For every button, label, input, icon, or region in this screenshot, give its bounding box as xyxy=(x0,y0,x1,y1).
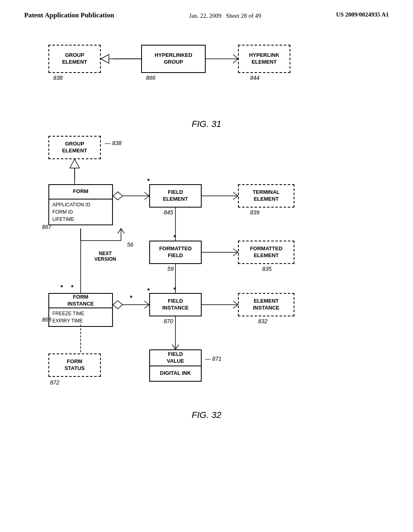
next-version-label: NEXT VERSION xyxy=(91,251,119,262)
ref-56: 56 xyxy=(127,241,133,248)
form-attrs: APPLICATION ID FORM ID LIFETIME xyxy=(48,200,113,225)
svg-marker-7 xyxy=(113,192,123,200)
ref-845: 845 xyxy=(164,209,173,216)
ref-832: 832 xyxy=(258,318,267,324)
svg-marker-19 xyxy=(113,301,123,309)
ref-870: 870 xyxy=(164,318,173,324)
form-instance-attrs: FREEZE TIME EXPIRY TIME xyxy=(48,308,113,327)
ref-838-32: — 838 xyxy=(105,140,121,146)
ref-868: 868 xyxy=(42,316,51,323)
svg-marker-5 xyxy=(70,159,79,168)
svg-text:*: * xyxy=(147,178,150,185)
field-element-box: FIELD ELEMENT xyxy=(149,184,202,208)
terminal-element-box: TERMINAL ELEMENT xyxy=(238,184,294,208)
date-sheet: Jan. 22, 2009 Sheet 28 of 49 xyxy=(189,11,261,21)
ref-872: 872 xyxy=(50,379,59,386)
formatted-element-box: FORMATTED ELEMENT xyxy=(238,241,294,264)
patent-number: US 2009/0024935 A1 xyxy=(336,11,389,18)
hyperlink-element-box: HYPERLINK ELEMENT xyxy=(238,45,290,73)
ref-866: 866 xyxy=(146,75,155,81)
hyperlinked-group-box: HYPERLINKED GROUP xyxy=(141,45,206,73)
svg-text:*: * xyxy=(71,284,74,291)
field-instance-box: FIELD INSTANCE xyxy=(149,293,202,316)
form-instance-box: FORM INSTANCE xyxy=(48,293,113,308)
page-header: Patent Application Publication Jan. 22, … xyxy=(0,0,413,25)
ref-838-31: 838 xyxy=(53,75,63,81)
fig31-label: FIG. 31 xyxy=(24,119,389,129)
svg-text:*: * xyxy=(173,234,176,241)
ref-871: — 871 xyxy=(205,355,221,362)
ref-839: 839 xyxy=(250,209,259,216)
main-content: GROUP ELEMENT 838 HYPERLINKED GROUP 866 … xyxy=(0,25,413,432)
fig31-diagram: GROUP ELEMENT 838 HYPERLINKED GROUP 866 … xyxy=(24,37,389,117)
publication-label: Patent Application Publication xyxy=(24,11,114,19)
fig32-diagram: GROUP ELEMENT — 838 FORM APPLICATION ID … xyxy=(24,136,389,418)
form-status-box: FORM STATUS xyxy=(48,353,101,377)
field-value-box: FIELD VALUE xyxy=(149,349,202,366)
digital-ink-box: DIGITAL INK xyxy=(149,366,202,382)
ref-844: 844 xyxy=(250,75,259,81)
form-box: FORM xyxy=(48,184,113,200)
ref-59: 59 xyxy=(167,266,174,272)
ref-835: 835 xyxy=(262,266,271,272)
group-element-box-32: GROUP ELEMENT xyxy=(48,136,101,159)
svg-text:*: * xyxy=(60,284,63,291)
svg-text:*: * xyxy=(173,287,176,293)
svg-marker-1 xyxy=(101,54,109,63)
group-element-box-31: GROUP ELEMENT xyxy=(48,45,101,73)
element-instance-box: ELEMENT INSTANCE xyxy=(238,293,294,316)
ref-867: 867 xyxy=(42,224,51,230)
formatted-field-box: FORMATTED FIELD xyxy=(149,241,202,264)
svg-text:*: * xyxy=(130,295,133,301)
